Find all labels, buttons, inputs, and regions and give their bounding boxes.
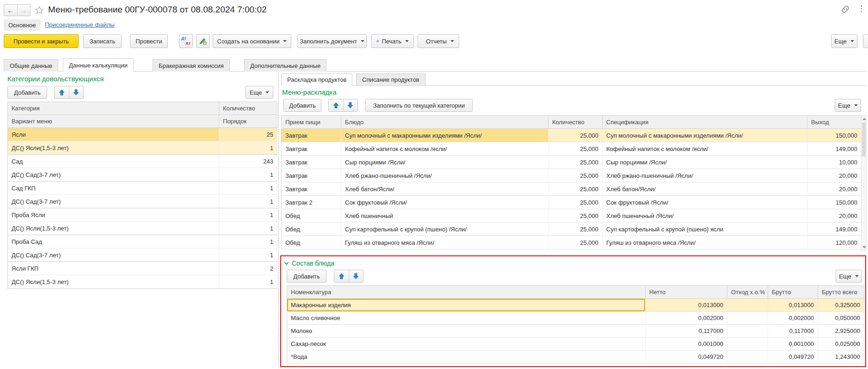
table-cell[interactable]: Хлеб батон/Ясли/ <box>341 182 548 196</box>
table-cell[interactable]: 1 <box>219 248 277 262</box>
dtkt-postings-button[interactable]: ДтКт <box>179 34 193 48</box>
table-cell[interactable]: 2 <box>219 262 277 275</box>
table-row[interactable]: ДС() Ясли(1,5-3 лет)1 <box>8 141 277 155</box>
table-cell[interactable]: Обед <box>282 236 341 249</box>
col-header[interactable]: Номенклатура <box>287 286 646 299</box>
table-cell[interactable]: 0,002000 <box>768 312 818 325</box>
table-cell[interactable]: 2,925000 <box>818 325 864 338</box>
fill-document-button[interactable]: Заполнить документ <box>297 34 367 48</box>
col-header[interactable]: Порядок <box>219 115 277 128</box>
post-button[interactable]: Провести <box>130 34 168 48</box>
move-up-icon[interactable] <box>55 86 69 98</box>
table-cell[interactable]: 0,325000 <box>818 299 864 312</box>
table-cell[interactable]: 243 <box>219 155 277 168</box>
table-cell[interactable]: 25,000 <box>548 209 603 223</box>
table-cell[interactable] <box>727 325 768 338</box>
composition-more-button[interactable]: Еще <box>836 270 862 283</box>
table-cell[interactable]: Гуляш из отварного мяса /Ясли/ <box>603 236 807 249</box>
table-cell[interactable]: Гуляш из отварного мяса /Ясли/ <box>341 236 548 249</box>
table-cell[interactable] <box>727 351 768 363</box>
table-row[interactable]: Молоко0,1170000,1170002,925000 <box>287 325 864 338</box>
table-cell[interactable]: Сыр порциями /Ясли/ <box>603 156 807 169</box>
table-cell[interactable]: 20,000 <box>807 182 862 196</box>
table-cell[interactable]: Проба Сад <box>8 235 219 248</box>
col-header[interactable]: Категория <box>8 102 219 115</box>
menu-table-scrollbar[interactable] <box>861 115 867 251</box>
table-cell[interactable]: 0,013000 <box>646 299 727 312</box>
table-cell[interactable]: 0,013000 <box>768 299 818 312</box>
table-row[interactable]: Ясли25 <box>8 128 277 141</box>
table-cell[interactable]: Обед <box>282 209 341 223</box>
post-and-close-button[interactable]: Провести и закрыть <box>4 34 79 48</box>
panel-splitter[interactable] <box>278 73 279 366</box>
table-cell[interactable]: 0,117000 <box>768 325 818 338</box>
table-cell[interactable]: Суп молочный с макаронными изделиями /Яс… <box>341 129 548 142</box>
table-cell[interactable]: ДС() Ясли(1,5-3 лет) <box>8 275 219 289</box>
scroll-thumb[interactable] <box>862 122 866 157</box>
table-cell[interactable]: Сок фруктовый /Ясли/ <box>603 196 807 209</box>
table-cell[interactable]: 120,000 <box>807 236 862 249</box>
table-cell[interactable]: Суп картофельный с крупой (пшено) /Ясли/ <box>341 223 548 236</box>
table-row[interactable]: ДС() Сад(3-7 лет)1 <box>8 168 277 181</box>
table-cell[interactable]: Завтрак <box>282 129 341 142</box>
form-more-button[interactable]: Еще <box>831 34 857 48</box>
table-row[interactable]: ЗавтракКофейный напиток с молоком /ясли/… <box>282 142 862 156</box>
table-cell[interactable]: Хлеб ржано-пшеничный /Ясли/ <box>341 169 548 182</box>
reports-button[interactable]: Отчеты <box>418 34 459 48</box>
table-cell[interactable]: Сок фруктовый /Ясли/ <box>341 196 548 209</box>
fill-by-current-category-button[interactable]: Заполнить по текущей категории <box>365 99 473 112</box>
table-cell[interactable]: 0,050000 <box>818 312 864 325</box>
table-cell[interactable]: 25,000 <box>548 182 603 196</box>
table-cell[interactable]: Молоко <box>287 325 646 338</box>
composition-group-header[interactable]: Состав блюда <box>284 260 334 267</box>
table-row[interactable]: ДС() Ясли(1,5-3 лет)1 <box>8 275 277 289</box>
table-row[interactable]: ДС() Сад(3-7 лет)1 <box>8 248 277 262</box>
move-up-icon[interactable] <box>329 99 343 111</box>
table-cell[interactable]: 149,000 <box>807 223 862 236</box>
table-cell[interactable]: Хлеб пшеничный <box>341 209 548 223</box>
table-cell[interactable]: Хлеб батон/Ясли/ <box>603 182 807 196</box>
table-cell[interactable]: 1 <box>219 222 277 235</box>
forward-icon[interactable]: → <box>17 5 31 16</box>
favorite-star-icon[interactable] <box>34 5 44 15</box>
table-row[interactable]: ОбедГуляш из отварного мяса /Ясли/25,000… <box>282 236 862 249</box>
table-row[interactable]: Сад ГКП1 <box>8 181 277 195</box>
table-cell[interactable]: 20,000 <box>807 209 862 223</box>
table-cell[interactable]: 1 <box>219 195 277 208</box>
tab-additional-data[interactable]: Дополнительные данные <box>244 59 326 72</box>
table-cell[interactable]: 0,049720 <box>768 351 818 363</box>
move-up-icon[interactable] <box>334 270 349 282</box>
table-cell[interactable]: Завтрак <box>282 169 341 182</box>
table-cell[interactable]: ДС() Сад(3-7 лет) <box>8 248 219 262</box>
table-cell[interactable]: 150,000 <box>807 196 862 209</box>
table-row[interactable]: Ясли ГКП2 <box>8 262 277 275</box>
table-cell[interactable]: 150,000 <box>807 129 862 142</box>
col-header[interactable]: Вариант меню <box>8 115 219 128</box>
subtab-product-writeoff[interactable]: Списание продуктов <box>356 73 425 86</box>
table-cell[interactable]: 0,002000 <box>646 312 727 325</box>
print-button[interactable]: Печать <box>371 34 414 48</box>
table-cell[interactable]: 1 <box>219 275 277 289</box>
table-cell[interactable]: ДС() Ясли(1,5-3 лет) <box>8 222 219 235</box>
clipped-button[interactable] <box>863 34 868 48</box>
table-cell[interactable] <box>727 312 768 325</box>
table-cell[interactable]: Обед <box>282 223 341 236</box>
table-cell[interactable]: Хлеб пшеничный /Ясли/ <box>603 209 807 223</box>
tab-common-data[interactable]: Общие данные <box>4 59 58 72</box>
table-cell[interactable]: Ясли <box>8 128 219 141</box>
edit-time-button[interactable] <box>196 34 210 48</box>
nav-section-main[interactable]: Основное <box>4 19 41 30</box>
table-cell[interactable]: Сахар-песок <box>287 338 646 351</box>
table-cell[interactable]: 1 <box>219 235 277 248</box>
table-cell[interactable]: 25,000 <box>548 142 603 156</box>
table-row[interactable]: *Вода0,0497200,0497201,243000 <box>287 351 864 363</box>
table-cell[interactable]: 25,000 <box>548 223 603 236</box>
table-cell[interactable]: Завтрак 2 <box>282 196 341 209</box>
nav-link-attached-files[interactable]: Присоединенные файлы <box>45 21 115 28</box>
table-cell[interactable]: 0,117000 <box>646 325 727 338</box>
table-row[interactable]: ДС() Сад(3-7 лет)1 <box>8 195 277 208</box>
table-cell[interactable] <box>727 338 768 351</box>
table-row[interactable]: Масло сливочное0,0020000,0020000,050000 <box>287 312 864 325</box>
table-cell[interactable]: Сад ГКП <box>8 181 219 195</box>
table-cell[interactable]: 1 <box>219 141 277 155</box>
